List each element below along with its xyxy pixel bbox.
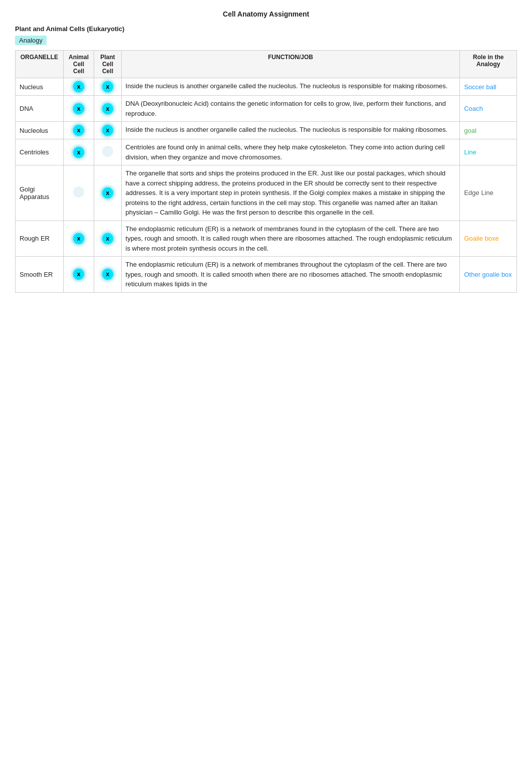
- table-row: NucleolusxxInside the nucleus is another…: [16, 122, 517, 139]
- x-marker: x: [102, 125, 113, 136]
- x-marker: x: [73, 103, 84, 114]
- table-row: CentriolesxCentrioles are found only in …: [16, 139, 517, 165]
- animal-cell-check: x: [63, 257, 94, 293]
- organelle-name: Rough ER: [16, 221, 64, 257]
- table-header-row: ORGANELLE Animal Cell Cell Plant Cell Ce…: [16, 51, 517, 78]
- empty-marker: [102, 146, 113, 157]
- plant-cell-check: x: [94, 165, 121, 221]
- page-title: Cell Anatomy Assignment: [15, 10, 517, 18]
- function-description: The endoplasmic reticulum (ER) is a netw…: [121, 221, 460, 257]
- empty-marker: [73, 186, 84, 198]
- x-marker: x: [102, 103, 113, 114]
- col-header-animal: Animal Cell Cell: [63, 51, 94, 78]
- analogy-role: goal: [460, 122, 517, 139]
- x-marker: x: [73, 81, 84, 92]
- table-row: Golgi ApparatusxThe organelle that sorts…: [16, 165, 517, 221]
- x-marker: x: [73, 233, 84, 244]
- table-row: Smooth ERxxThe endoplasmic reticulum (ER…: [16, 257, 517, 293]
- table-row: NucleusxxInside the nucleus is another o…: [16, 78, 517, 96]
- plant-cell-check: x: [94, 78, 121, 96]
- col-header-plant: Plant Cell Cell: [94, 51, 121, 78]
- organelle-name: Nucleus: [16, 78, 64, 96]
- section-title: Plant and Animal Cells (Eukaryotic): [15, 25, 517, 33]
- organelle-name: DNA: [16, 96, 64, 122]
- function-description: Inside the nucleus is another organelle …: [121, 78, 460, 96]
- x-marker: x: [73, 147, 84, 158]
- plant-cell-check: x: [94, 221, 121, 257]
- function-description: DNA (Deoxyribonucleic Acid) contains the…: [121, 96, 460, 122]
- organelle-name: Smooth ER: [16, 257, 64, 293]
- analogy-role: Goalie boxe: [460, 221, 517, 257]
- analogy-role: Line: [460, 139, 517, 165]
- organelle-name: Centrioles: [16, 139, 64, 165]
- col-header-analogy: Role in the Analogy: [460, 51, 517, 78]
- analogy-role: Coach: [460, 96, 517, 122]
- plant-cell-check: x: [94, 122, 121, 139]
- x-marker: x: [73, 269, 84, 280]
- table-row: DNAxxDNA (Deoxyribonucleic Acid) contain…: [16, 96, 517, 122]
- animal-cell-check: [63, 165, 94, 221]
- function-description: Centrioles are found only in animal cell…: [121, 139, 460, 165]
- x-marker: x: [102, 81, 113, 92]
- analogy-role: Other goalie box: [460, 257, 517, 293]
- animal-cell-check: x: [63, 96, 94, 122]
- analogy-role: Soccer ball: [460, 78, 517, 96]
- animal-cell-check: x: [63, 139, 94, 165]
- x-marker: x: [102, 187, 113, 199]
- col-header-organelle: ORGANELLE: [16, 51, 64, 78]
- cell-anatomy-table: ORGANELLE Animal Cell Cell Plant Cell Ce…: [15, 50, 517, 293]
- plant-cell-check: x: [94, 96, 121, 122]
- animal-cell-check: x: [63, 78, 94, 96]
- function-description: The organelle that sorts and ships the p…: [121, 165, 460, 221]
- plant-cell-check: x: [94, 257, 121, 293]
- plant-cell-check: [94, 139, 121, 165]
- organelle-name: Golgi Apparatus: [16, 165, 64, 221]
- organelle-name: Nucleolus: [16, 122, 64, 139]
- analogy-role: Edge Line: [460, 165, 517, 221]
- table-row: Rough ERxxThe endoplasmic reticulum (ER)…: [16, 221, 517, 257]
- function-description: Inside the nucleus is another organelle …: [121, 122, 460, 139]
- x-marker: x: [102, 233, 113, 244]
- col-header-function: FUNCTION/JOB: [121, 51, 460, 78]
- function-description: The endoplasmic reticulum (ER) is a netw…: [121, 257, 460, 293]
- animal-cell-check: x: [63, 122, 94, 139]
- x-marker: x: [102, 269, 113, 280]
- analogy-label: Analogy: [15, 36, 47, 45]
- animal-cell-check: x: [63, 221, 94, 257]
- x-marker: x: [73, 125, 84, 136]
